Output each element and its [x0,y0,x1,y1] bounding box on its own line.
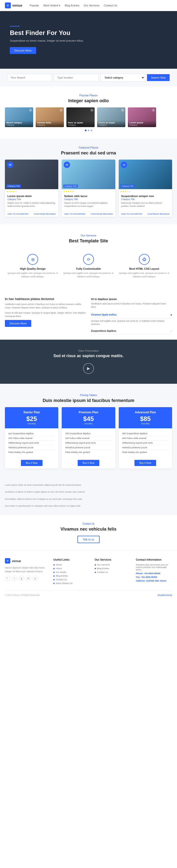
facebook-icon[interactable]: f [5,576,10,581]
plan-name: Premium Plan [64,411,113,414]
list-item-0: Lorem ipsum dolor sit amet consectetur a… [5,483,172,487]
dot-2[interactable] [88,129,90,131]
footer-logo: V venue [5,558,48,563]
nav-services[interactable]: Our Services [83,4,99,7]
bullet-icon [95,564,96,565]
footer-link[interactable]: Contact Us [95,571,131,574]
list-item[interactable]: ♥ Lorem ipsum Category [128,107,156,127]
popular-sub: Popular Places [5,94,172,97]
featured-body: Suspendisse semper non Category Title Ma… [119,193,172,211]
star-2: ★ [122,190,125,193]
add-favorites-link[interactable]: ADD TO FAVORITES [7,213,29,215]
featured-tag: Category Title [120,185,135,188]
accordion-left-text2: Fusce at velit quis congue. Quisque id c… [5,311,86,318]
linkedin-icon[interactable]: in [26,576,31,581]
hero-cta-button[interactable]: Discover More [10,47,36,54]
list-item[interactable]: ♥ Mauris tempus Category [5,107,33,127]
feature-item: Williamsburg orgunit post ironic [122,441,169,445]
featured-tag: Category Title [63,185,78,188]
accordion-item[interactable]: Suspendisse dapibus ○ [91,328,172,335]
plan-price: $85 [121,415,170,422]
card-title: Nullam nibh lacus [64,194,113,197]
star-3: ★ [11,190,13,193]
continue-reading-link[interactable]: CONTINUE READING [34,213,56,215]
plan-price: $25 [7,415,56,422]
nav-logo[interactable]: V venue [5,2,22,8]
nav-blog[interactable]: Blog Entries [65,4,79,7]
feature-item: Plaid shabby chic godard [65,450,112,455]
footer-link[interactable]: About [54,567,90,570]
star-5: ★ [72,190,74,193]
chevron-down-icon: ● [170,313,172,316]
feature-item: Williamsburg orgunit post ironic [8,441,55,445]
dot-3[interactable] [91,129,93,131]
logo-text: venue [12,3,22,7]
buy-now-button[interactable]: Buy it Now [78,460,99,466]
nav-contact[interactable]: Contact Us [104,4,117,7]
pinterest-icon[interactable]: p [32,576,38,581]
play-button[interactable]: ▶ [83,363,94,374]
bullet-icon [54,579,55,580]
footer-useful-links-title: Useful Links [54,558,90,561]
continue-reading-link[interactable]: CONTINUE READING [147,213,170,215]
card-title: Suspendisse semper non [121,194,170,197]
star-4: ★ [13,190,15,193]
fax-value: +61-0000-00000 [141,576,157,578]
footer-brand: V venue Mauris dignissim aliquet nibh vi… [5,558,48,586]
place-sub: Category [99,124,124,126]
footer-link[interactable]: Our Works [54,571,90,574]
footer-link[interactable]: Our Services [95,563,131,566]
featured-card: 12 Category Title ★ ★ ★ ★ ★ Suspendisse … [119,160,172,217]
nav-popular[interactable]: Popular [30,4,39,7]
footer-top: V venue Mauris dignissim aliquet nibh vi… [5,558,172,591]
search-category-select[interactable]: Select category [101,74,145,82]
search-location-input[interactable] [7,74,52,81]
bullet-icon [95,572,96,573]
footer-link[interactable]: Contact Us [54,578,90,581]
pricing-footer: Buy it Now [5,457,58,468]
featured-tag: Category Title [6,185,21,188]
star-rating: ★ ★ ★ ★ ★ [119,189,172,193]
google-icon[interactable]: g [19,576,24,581]
place-sub: Category [6,124,32,126]
footer-link[interactable]: Home [54,563,90,566]
cta-button[interactable]: Talk to us [77,536,100,543]
feature-item: Helvetica pinterest yuccie [122,445,169,450]
plan-name: Starter Plan [7,411,56,414]
hero-subtitle: Suspendisse eu lorem massa. Integer sit … [10,39,94,42]
featured-card: 28 Category Title ★ ★ ★ ★ ★ Lorem ipsum … [5,160,58,217]
service-html-icon: ⏻ [139,254,150,265]
pricing-card-premium: Premium Plan $45 /monthly 200 Suspendiss… [62,407,115,468]
list-item[interactable]: ♥ Nunc ac quam Category [66,107,95,127]
dot-1[interactable] [85,129,86,131]
accordion-cta-button[interactable]: Discover More [5,320,31,327]
star-1: ★ [63,190,65,193]
footer-link[interactable]: Blog Entries [95,567,131,570]
search-button[interactable]: Search Now [147,74,170,81]
add-favorites-link[interactable]: ADD TO FAVORITES [121,213,142,215]
cta-section: Contact Us Vivamus nec vehicula felis Ta… [0,515,177,551]
service-title: Fully Customizable [63,267,114,270]
navbar: V venue Popular Most Visited ▾ Blog Entr… [0,0,177,11]
nav-most-visited[interactable]: Most Visited ▾ [43,4,60,7]
buy-now-button[interactable]: Buy it Now [21,460,42,466]
list-item[interactable]: ♥ Fusce ac turpis Category [97,107,126,127]
search-type-input[interactable] [54,74,98,81]
card-desc: Nullam eros mi, mollis in pretium nulla … [7,202,56,208]
accordion-item[interactable]: Vivamus ligula mellus ● [91,311,172,318]
chevron-right-icon: ○ [170,329,172,333]
continue-reading-link[interactable]: CONTINUE READING [91,213,113,215]
plan-features: 400 Suspendisse dapibus 400 Fubus cellar… [119,428,172,457]
credit-link[interactable]: WrapBootstrap [157,594,172,596]
footer-link[interactable]: News Stream Us [54,582,90,585]
address-value: 123/456 ABC Street [146,580,166,582]
feature-item: Plaid shabby chic godard [8,450,55,455]
twitter-icon[interactable]: t [12,576,17,581]
service-item: ⏻ Best HTML CSS Layout Quisque sed sagit… [116,250,172,282]
add-favorites-link[interactable]: ADD TO FAVORITES [64,213,85,215]
list-item-1: Incididunt ut labore et dolore magna ali… [5,490,172,494]
footer-link[interactable]: Blog Entries [54,575,90,577]
list-item[interactable]: ♥ Aenean dolor Category [36,107,64,127]
card-desc: Maecenas volutpat nunc eu libero pretium… [121,202,170,208]
buy-now-button[interactable]: Buy it Now [135,460,156,466]
